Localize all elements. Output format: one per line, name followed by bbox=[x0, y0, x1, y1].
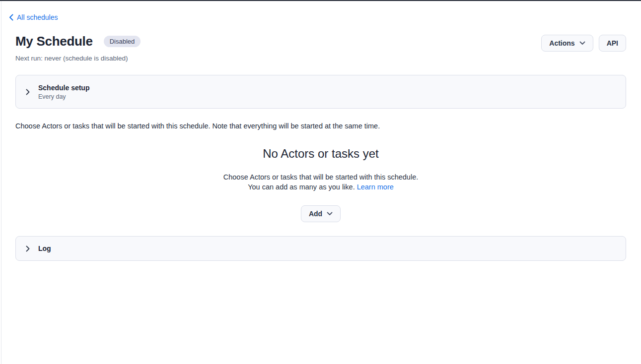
sidebar-edge-divider bbox=[1, 1, 1, 364]
log-panel[interactable]: Log bbox=[15, 236, 626, 261]
empty-state-line1: Choose Actors or tasks that will be star… bbox=[15, 172, 626, 182]
actions-button-label: Actions bbox=[549, 39, 574, 47]
add-button[interactable]: Add bbox=[301, 205, 341, 222]
schedule-setup-panel[interactable]: Schedule setup Every day bbox=[15, 75, 626, 109]
empty-state-title: No Actors or tasks yet bbox=[15, 147, 626, 161]
schedule-detail-page: All schedules My Schedule Disabled Next … bbox=[0, 1, 641, 261]
chevron-down-icon bbox=[327, 212, 333, 216]
schedule-setup-title: Schedule setup bbox=[38, 84, 89, 92]
next-run-text: Next run: never (schedule is disabled) bbox=[15, 55, 141, 62]
log-panel-title: Log bbox=[38, 244, 51, 252]
header-left: My Schedule Disabled Next run: never (sc… bbox=[15, 34, 141, 62]
api-button-label: API bbox=[607, 39, 618, 47]
header-actions: Actions API bbox=[541, 35, 626, 52]
chevron-right-icon bbox=[26, 89, 30, 95]
chevron-right-icon bbox=[26, 245, 30, 252]
empty-state: No Actors or tasks yet Choose Actors or … bbox=[15, 147, 626, 222]
chevron-left-icon bbox=[9, 14, 13, 21]
back-to-all-schedules-link[interactable]: All schedules bbox=[9, 13, 58, 21]
page-title: My Schedule bbox=[15, 34, 93, 49]
learn-more-link[interactable]: Learn more bbox=[357, 183, 394, 191]
schedule-description-text: Choose Actors or tasks that will be star… bbox=[15, 122, 626, 130]
actions-button[interactable]: Actions bbox=[541, 35, 593, 52]
back-link-label: All schedules bbox=[17, 13, 58, 21]
empty-state-line2-text: You can add as many as you like. bbox=[248, 183, 355, 191]
empty-state-line2: You can add as many as you like.Learn mo… bbox=[15, 182, 626, 192]
schedule-setup-text: Schedule setup Every day bbox=[38, 84, 89, 100]
schedule-setup-subtitle: Every day bbox=[38, 93, 89, 100]
add-button-label: Add bbox=[309, 210, 322, 218]
chevron-down-icon bbox=[579, 41, 585, 45]
status-badge: Disabled bbox=[104, 36, 141, 47]
api-button[interactable]: API bbox=[599, 35, 626, 52]
page-header: My Schedule Disabled Next run: never (sc… bbox=[15, 34, 626, 62]
